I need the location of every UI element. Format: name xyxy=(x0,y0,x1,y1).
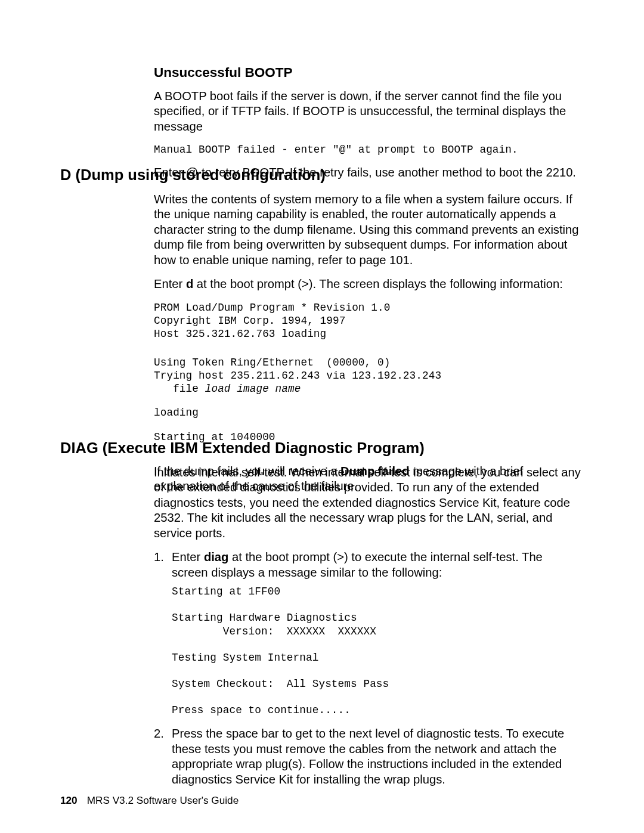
dump-code-b-l2: Trying host 235.211.62.243 via 123.192.2… xyxy=(154,370,441,382)
dump-p1: Writes the contents of system memory to … xyxy=(154,192,582,268)
footer-title: MRS V3.2 Software User's Guide xyxy=(87,794,239,806)
diag-li1-pre: Enter xyxy=(172,550,204,563)
page: Unsuccessful BOOTP A BOOTP boot fails if… xyxy=(0,0,644,833)
diag-li1-num: 1. xyxy=(154,550,172,723)
diag-li1-code: Starting at 1FF00 Starting Hardware Diag… xyxy=(172,585,582,717)
diag-p1: Initiates internal self-test. When inter… xyxy=(154,465,582,541)
section-diag: Initiates internal self-test. When inter… xyxy=(154,465,582,791)
heading-dump: D (Dump using stored configuration) xyxy=(60,166,579,184)
dump-code-b-l1: Using Token Ring/Ethernet (00000, 0) xyxy=(154,357,390,368)
dump-p2-pre: Enter xyxy=(154,277,186,290)
page-footer: 120MRS V3.2 Software User's Guide xyxy=(60,794,239,807)
section-bootp: Unsuccessful BOOTP A BOOTP boot fails if… xyxy=(154,64,582,181)
diag-li1-body: Enter diag at the boot prompt (>) to exe… xyxy=(172,550,582,723)
dump-p2: Enter d at the boot prompt (>). The scre… xyxy=(154,277,582,292)
heading-bootp: Unsuccessful BOOTP xyxy=(154,64,582,80)
bootp-p1: A BOOTP boot fails if the server is down… xyxy=(154,89,582,134)
dump-code-c: loading xyxy=(154,406,582,419)
diag-li1-bold: diag xyxy=(204,550,229,563)
dump-p2-bold: d xyxy=(186,277,193,290)
diag-li2: 2. Press the space bar to get to the nex… xyxy=(154,726,582,787)
diag-li1: 1. Enter diag at the boot prompt (>) to … xyxy=(154,550,582,723)
bootp-code: Manual BOOTP failed - enter "@" at promp… xyxy=(154,143,582,156)
dump-code-b-l3-pre: file xyxy=(154,383,205,395)
page-number: 120 xyxy=(60,794,78,806)
diag-li2-num: 2. xyxy=(154,726,172,787)
dump-code-b-l3-ital: load image name xyxy=(205,383,301,395)
dump-p2-post: at the boot prompt (>). The screen displ… xyxy=(193,277,563,290)
dump-code-a: PROM Load/Dump Program * Revision 1.0 Co… xyxy=(154,301,582,340)
diag-li2-body: Press the space bar to get to the next l… xyxy=(172,726,582,787)
dump-code-b: Using Token Ring/Ethernet (00000, 0) Try… xyxy=(154,356,582,395)
heading-diag: DIAG (Execute IBM Extended Diagnostic Pr… xyxy=(60,439,579,457)
